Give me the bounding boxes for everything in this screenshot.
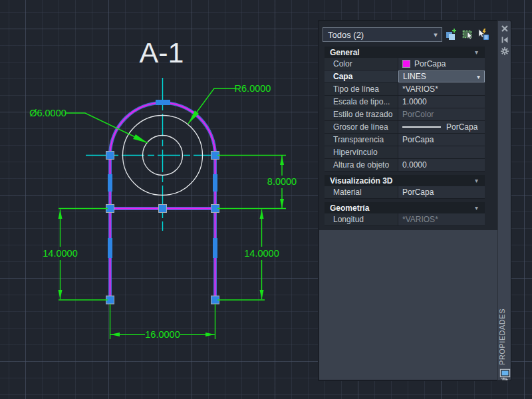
chevron-down-icon[interactable]: ▾	[430, 31, 442, 39]
property-value[interactable]: *VARIOS*	[398, 83, 485, 95]
section-header[interactable]: Visualización 3D▾	[325, 175, 485, 186]
palette-titlebar: PROPIEDADES	[497, 20, 511, 381]
property-value-text: PorCapa	[402, 188, 434, 197]
property-value-text: PorColor	[402, 110, 434, 119]
property-value[interactable]: 0.0000	[398, 159, 485, 171]
property-label: Estilo de trazado	[325, 108, 398, 120]
close-icon[interactable]	[500, 24, 509, 33]
lineweight-preview	[402, 126, 441, 128]
property-value[interactable]: PorCapa	[398, 121, 485, 133]
dim-8[interactable]: 8.0000	[267, 176, 297, 187]
property-row: Tipo de línea*VARIOS*	[325, 83, 485, 96]
section-title: Geometría	[330, 203, 369, 213]
property-value-text: PorCapa	[414, 59, 446, 68]
dim-16[interactable]: 16.0000	[145, 329, 180, 340]
property-value[interactable]: PorCapa	[398, 186, 485, 198]
section-title: Visualización 3D	[330, 176, 392, 186]
toggle-pickadd-icon[interactable]	[477, 28, 489, 41]
property-value[interactable]: PorCapa	[398, 58, 485, 70]
palette-title[interactable]: PROPIEDADES	[498, 309, 511, 366]
settings-icon[interactable]	[500, 47, 509, 56]
property-row: Estilo de trazadoPorColor	[325, 108, 485, 121]
palette-sections: General▾ColorPorCapaCapaLINES▾Tipo de lí…	[325, 47, 485, 226]
section-header[interactable]: Geometría▾	[325, 202, 485, 213]
dash-left-lower	[108, 238, 112, 258]
property-label: Escala de tipo...	[325, 96, 398, 108]
chevron-down-icon[interactable]: ▾	[477, 73, 480, 80]
property-value[interactable]: *VARIOS*	[398, 213, 485, 225]
chevron-down-icon[interactable]: ▾	[475, 49, 478, 56]
chevron-down-icon[interactable]: ▾	[475, 204, 478, 211]
property-label: Hipervínculo	[325, 146, 398, 158]
section-header[interactable]: General▾	[325, 47, 485, 58]
property-row: MaterialPorCapa	[325, 186, 485, 199]
dash-right-upper	[213, 174, 217, 192]
property-row: Hipervínculo	[325, 146, 485, 159]
property-label: Color	[325, 58, 398, 70]
section-title: General	[330, 48, 360, 57]
selection-filter-value: Todos (2)	[323, 30, 430, 40]
dim-diameter[interactable]: Ø6.0000	[29, 108, 66, 118]
property-label: Longitud	[325, 213, 398, 225]
dimension-arrows	[59, 110, 285, 336]
dash-right-lower	[213, 238, 217, 258]
property-value[interactable]	[398, 146, 485, 158]
dim-14-right[interactable]: 14.0000	[244, 248, 279, 259]
grip-handle[interactable]	[159, 205, 167, 213]
property-value-text: LINES	[403, 72, 426, 81]
color-swatch[interactable]	[402, 60, 410, 68]
property-value-text: PorCapa	[446, 122, 477, 132]
palette-empty-area	[319, 230, 497, 380]
property-value-text: *VARIOS*	[402, 84, 438, 94]
palette-toolbar: Todos (2) ▾	[319, 21, 497, 47]
property-value-text: *VARIOS*	[402, 215, 438, 224]
palette-body: Todos (2) ▾	[318, 20, 497, 381]
dash-arc-top	[156, 100, 170, 105]
property-row: TransparenciaPorCapa	[325, 134, 485, 146]
dim-14-left[interactable]: 14.0000	[43, 248, 77, 259]
property-value[interactable]: PorCapa	[398, 134, 485, 146]
select-objects-icon[interactable]	[462, 28, 474, 41]
selection-filter-dropdown[interactable]: Todos (2) ▾	[323, 27, 442, 42]
property-value-text: 0.0000	[402, 160, 427, 170]
property-row: Longitud*VARIOS*	[325, 213, 485, 226]
properties-palette: Todos (2) ▾	[318, 20, 511, 381]
dash-left-upper	[108, 174, 112, 192]
property-value[interactable]: PorColor	[398, 108, 485, 120]
property-row: Grosor de líneaPorCapa	[325, 121, 485, 134]
property-row: CapaLINES▾	[325, 70, 485, 83]
property-row: ColorPorCapa	[325, 58, 485, 70]
display-options-icon[interactable]	[499, 368, 511, 380]
property-label: Transparencia	[325, 134, 398, 146]
property-value-text: PorCapa	[402, 135, 434, 144]
dim-radius[interactable]: R6.0000	[235, 83, 271, 94]
chevron-down-icon[interactable]: ▾	[475, 177, 478, 184]
property-label: Altura de objeto	[325, 159, 398, 171]
property-row: Altura de objeto0.0000	[325, 159, 485, 172]
property-label: Material	[325, 186, 398, 198]
property-value-text: 1.0000	[402, 97, 427, 106]
grip-handle[interactable]	[106, 152, 114, 160]
property-value[interactable]: 1.0000	[398, 96, 485, 108]
auto-hide-icon[interactable]	[500, 35, 509, 45]
drawing-title[interactable]: A-1	[140, 37, 184, 68]
property-label: Capa	[325, 70, 398, 82]
quick-select-icon[interactable]	[445, 28, 458, 41]
property-label: Tipo de línea	[325, 83, 398, 95]
property-row: Escala de tipo...1.0000	[325, 96, 485, 108]
property-label: Grosor de línea	[325, 121, 398, 133]
property-value-dropdown[interactable]: LINES▾	[398, 70, 485, 82]
dimensions[interactable]	[59, 88, 286, 339]
